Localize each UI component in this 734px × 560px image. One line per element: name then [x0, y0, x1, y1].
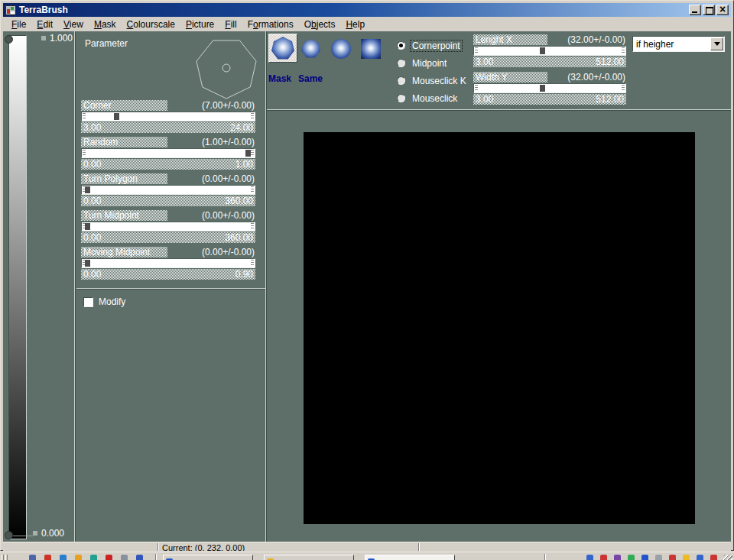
slider-inc-button[interactable]	[622, 47, 625, 54]
circle-brush-icon	[331, 39, 351, 59]
tray-icon[interactable]	[586, 555, 593, 560]
window-title: TerraBrush	[19, 3, 689, 17]
quick-launch-icon[interactable]	[90, 555, 97, 560]
dropdown-button[interactable]	[710, 37, 723, 50]
slider-track[interactable]	[473, 83, 626, 93]
tool-square-brush[interactable]	[361, 39, 381, 59]
tool-circle-brush[interactable]	[331, 39, 351, 59]
slider-max: 360.00	[225, 196, 253, 206]
menu-edit[interactable]: Edit	[31, 18, 58, 31]
tray-icon[interactable]	[641, 555, 648, 560]
statusbar-separator	[418, 543, 420, 551]
slider-thumb[interactable]	[540, 85, 545, 92]
radio-circle-icon[interactable]	[397, 59, 405, 67]
slider-min: 0.00	[83, 269, 101, 280]
slider-dec-button[interactable]	[475, 47, 478, 54]
terrain-canvas[interactable]	[304, 132, 695, 524]
parameter-divider	[76, 288, 265, 290]
slider-thumb[interactable]	[114, 113, 119, 120]
close-button[interactable]	[716, 5, 729, 15]
tool-polygon-brush[interactable]	[268, 34, 297, 63]
app-icon[interactable]	[5, 5, 16, 15]
slider-inc-button[interactable]	[251, 186, 254, 193]
tray-icon[interactable]	[697, 555, 703, 560]
modify-checkbox[interactable]	[83, 297, 93, 307]
tray-icon[interactable]	[600, 555, 607, 560]
taskbar-grip[interactable]	[5, 555, 8, 560]
menu-objects[interactable]: Objects	[299, 18, 341, 31]
slider-track[interactable]	[81, 222, 255, 231]
slider-track[interactable]	[81, 112, 255, 121]
square-brush-icon	[361, 39, 381, 59]
menu-view[interactable]: View	[58, 18, 89, 31]
tray-icon[interactable]	[655, 555, 662, 560]
radio-circle-icon[interactable]	[397, 94, 405, 102]
menu-file[interactable]: File	[6, 18, 31, 31]
same-toggle[interactable]: Same	[298, 73, 323, 84]
quick-launch-icon[interactable]	[106, 555, 112, 560]
colourscale-top-knob[interactable]	[5, 35, 13, 44]
maximize-button[interactable]	[703, 5, 715, 15]
radio-label: Cornerpoint	[411, 40, 462, 51]
tray-icon[interactable]	[710, 555, 717, 560]
menu-colourscale[interactable]: Colourscale	[122, 18, 180, 31]
slider-thumb[interactable]	[85, 186, 90, 193]
slider-label: Random	[81, 137, 167, 147]
slider-thumb[interactable]	[245, 150, 251, 157]
quick-launch-icon[interactable]	[29, 555, 36, 560]
slider-value: (32.00+/-0.00)	[567, 34, 625, 45]
quick-launch-icon[interactable]	[44, 555, 51, 560]
tray-icon[interactable]	[669, 555, 676, 560]
slider-track[interactable]	[81, 258, 255, 268]
slider-thumb[interactable]	[85, 223, 90, 230]
slider-thumb[interactable]	[85, 260, 90, 267]
slider-track[interactable]	[81, 148, 255, 158]
slider-value: (1.00+/-0.00)	[202, 137, 255, 147]
slider-thumb[interactable]	[540, 47, 545, 54]
slider-track[interactable]	[473, 46, 626, 56]
blend-mode-select[interactable]: if heigher	[632, 36, 725, 52]
slider-label: Moving Midpoint	[81, 247, 167, 257]
quick-launch-icon[interactable]	[60, 555, 67, 560]
taskbar-grip[interactable]	[2, 555, 4, 560]
colourscale-min: 0.000	[33, 528, 64, 539]
parameter-panel-title: Parameter	[85, 38, 128, 49]
slider-dec-button[interactable]	[83, 113, 86, 120]
colourscale-bottom-knob[interactable]	[5, 531, 13, 539]
minimize-button[interactable]	[689, 5, 701, 15]
slider-corner: Corner(7.00+/-0.00) 3.0024.00	[81, 100, 255, 133]
blend-mode-value: if heigher	[633, 39, 710, 50]
title-bar[interactable]: TerraBrush	[3, 3, 731, 17]
mask-toggle[interactable]: Mask	[268, 73, 291, 84]
task-button[interactable]	[264, 555, 354, 560]
tray-icon[interactable]	[614, 555, 621, 560]
slider-max: 0.90	[235, 269, 253, 280]
colourscale-max-label: 1.000	[50, 33, 73, 44]
slider-inc-button[interactable]	[251, 260, 254, 267]
menu-fill[interactable]: Fill	[219, 18, 242, 31]
menu-help[interactable]: Help	[340, 18, 370, 31]
task-button[interactable]	[163, 555, 253, 560]
menu-picture[interactable]: Picture	[180, 18, 219, 31]
radio-circle-icon[interactable]	[397, 41, 405, 50]
slider-inc-button[interactable]	[251, 113, 254, 120]
quick-launch-icon[interactable]	[121, 555, 128, 560]
menu-mask[interactable]: Mask	[89, 18, 122, 31]
menu-formations[interactable]: Formations	[242, 18, 299, 31]
quick-launch-icon[interactable]	[136, 555, 143, 560]
slider-inc-button[interactable]	[251, 150, 254, 157]
slider-dec-button[interactable]	[83, 150, 86, 157]
colourscale-knob-line	[13, 536, 33, 536]
slider-moving-midpoint: Moving Midpoint(0.00+/-0.00) 0.000.90	[81, 247, 255, 280]
tray-icon[interactable]	[683, 555, 690, 560]
slider-inc-button[interactable]	[622, 85, 625, 92]
radio-circle-icon[interactable]	[397, 76, 405, 85]
tool-polygon-brush-small[interactable]	[301, 39, 320, 58]
task-button[interactable]	[365, 555, 455, 560]
colourscale-gradient[interactable]	[8, 35, 27, 539]
quick-launch-icon[interactable]	[75, 555, 82, 560]
slider-track[interactable]	[81, 185, 255, 195]
slider-dec-button[interactable]	[475, 85, 478, 92]
tray-icon[interactable]	[628, 555, 635, 560]
slider-inc-button[interactable]	[251, 223, 254, 230]
